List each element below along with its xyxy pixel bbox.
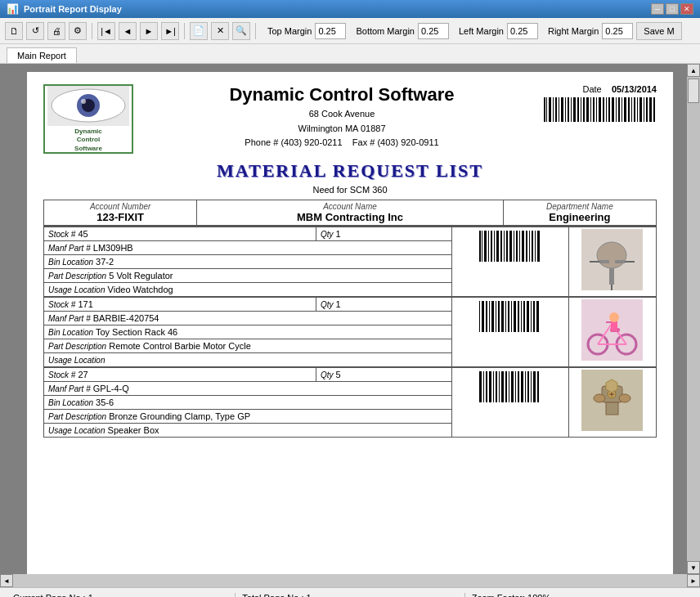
bottom-margin-input[interactable] bbox=[418, 23, 449, 39]
first-page-button[interactable]: |◄ bbox=[97, 22, 115, 40]
svg-rect-44 bbox=[484, 231, 487, 262]
svg-rect-106 bbox=[496, 371, 497, 402]
item-3-photo-cell bbox=[568, 367, 656, 438]
settings-button[interactable]: ⚙ bbox=[69, 22, 87, 40]
refresh-button[interactable]: ↺ bbox=[26, 22, 44, 40]
svg-rect-65 bbox=[599, 260, 609, 263]
company-logo: Dynamic Control Software bbox=[43, 84, 133, 154]
svg-rect-114 bbox=[521, 371, 523, 402]
item-1-usage-cell: Usage Location Video Watchdog bbox=[44, 283, 452, 298]
svg-rect-48 bbox=[496, 231, 499, 262]
dept-name-label: Department Name bbox=[510, 202, 649, 211]
print-button[interactable]: 🖨 bbox=[47, 22, 65, 40]
svg-rect-66 bbox=[615, 260, 625, 263]
svg-rect-50 bbox=[504, 231, 505, 262]
svg-rect-29 bbox=[618, 97, 620, 122]
top-margin-input[interactable] bbox=[315, 23, 346, 39]
maximize-button[interactable]: □ bbox=[666, 3, 679, 15]
prev-page-button[interactable]: ◄ bbox=[119, 22, 137, 40]
svg-rect-58 bbox=[529, 231, 530, 262]
report-title-section: MATERIAL REQUEST LIST bbox=[43, 160, 657, 182]
window-controls: ─ □ ✕ bbox=[651, 3, 693, 15]
svg-rect-117 bbox=[531, 371, 532, 402]
account-number-value: 123-FIXIT bbox=[51, 211, 190, 223]
window-title: Portrait Report Display bbox=[24, 4, 122, 14]
svg-rect-32 bbox=[628, 97, 630, 122]
svg-rect-55 bbox=[519, 231, 520, 262]
svg-rect-22 bbox=[596, 97, 597, 122]
svg-rect-26 bbox=[608, 97, 610, 122]
separator-2 bbox=[184, 23, 185, 39]
svg-rect-25 bbox=[606, 97, 607, 122]
barbie-photo bbox=[581, 299, 643, 361]
svg-rect-77 bbox=[498, 301, 500, 332]
svg-rect-115 bbox=[525, 371, 526, 402]
save-button[interactable]: Save M bbox=[636, 22, 681, 40]
svg-rect-85 bbox=[523, 301, 525, 332]
svg-rect-37 bbox=[644, 97, 644, 122]
minimize-button[interactable]: ─ bbox=[651, 3, 664, 15]
horizontal-scrollbar[interactable]: ◄ ► bbox=[0, 574, 700, 587]
next-page-button[interactable]: ► bbox=[140, 22, 158, 40]
scroll-down-button[interactable]: ▼ bbox=[687, 561, 700, 574]
left-margin-input[interactable] bbox=[507, 23, 538, 39]
svg-rect-99 bbox=[611, 322, 617, 330]
new-button[interactable]: 🗋 bbox=[5, 22, 23, 40]
svg-rect-43 bbox=[482, 231, 482, 262]
tab-bar: Main Report bbox=[0, 44, 700, 64]
svg-rect-60 bbox=[535, 231, 536, 262]
eye-icon bbox=[47, 85, 129, 126]
svg-rect-71 bbox=[479, 301, 480, 332]
item-3-desc-cell: Part Description Bronze Grounding Clamp,… bbox=[44, 410, 452, 424]
svg-rect-111 bbox=[511, 371, 514, 402]
item-3-stock-cell: Stock # 27 bbox=[44, 367, 316, 382]
svg-rect-8 bbox=[553, 97, 554, 122]
scroll-left-button[interactable]: ◄ bbox=[0, 574, 13, 587]
svg-rect-24 bbox=[603, 97, 604, 122]
svg-rect-119 bbox=[537, 371, 539, 402]
svg-point-3 bbox=[81, 99, 86, 104]
close-report-button[interactable]: ✕ bbox=[211, 22, 229, 40]
svg-rect-107 bbox=[499, 371, 500, 402]
svg-rect-15 bbox=[573, 97, 576, 122]
scroll-thumb[interactable] bbox=[688, 79, 699, 103]
svg-rect-80 bbox=[508, 301, 509, 332]
header-barcode: /* barcode bars */ bbox=[534, 97, 657, 123]
item-2-photo-cell bbox=[568, 297, 656, 367]
svg-rect-112 bbox=[515, 371, 516, 402]
item-2-desc-cell: Part Description Remote Control Barbie M… bbox=[44, 339, 452, 353]
svg-rect-42 bbox=[479, 231, 481, 262]
scroll-right-button[interactable]: ► bbox=[687, 574, 700, 587]
svg-rect-86 bbox=[527, 301, 529, 332]
svg-rect-82 bbox=[514, 301, 516, 332]
svg-rect-33 bbox=[631, 97, 632, 122]
logo-text: Dynamic Control Software bbox=[74, 128, 102, 153]
svg-rect-28 bbox=[616, 97, 617, 122]
item-2-qty-cell: Qty 1 bbox=[316, 297, 451, 312]
item-1-desc-cell: Part Description 5 Volt Regulator bbox=[44, 269, 452, 283]
item-3-barcode-cell bbox=[452, 367, 569, 438]
svg-rect-74 bbox=[489, 301, 490, 332]
svg-rect-61 bbox=[537, 231, 540, 262]
svg-rect-84 bbox=[521, 301, 522, 332]
svg-rect-46 bbox=[491, 231, 492, 262]
h-scroll-track bbox=[13, 574, 687, 587]
svg-rect-40 bbox=[653, 97, 655, 122]
item-2-stock-cell: Stock # 171 bbox=[44, 297, 316, 312]
svg-point-127 bbox=[619, 394, 630, 402]
close-button[interactable]: ✕ bbox=[680, 3, 693, 15]
main-report-tab[interactable]: Main Report bbox=[7, 47, 77, 63]
item-3-row-1: Stock # 27 Qty 5 bbox=[44, 367, 657, 382]
top-margin-label: Top Margin bbox=[267, 26, 312, 36]
separator-1 bbox=[92, 23, 92, 39]
svg-rect-72 bbox=[482, 301, 484, 332]
export-button[interactable]: 📄 bbox=[190, 22, 208, 40]
vertical-scrollbar[interactable]: ▲ ▼ bbox=[687, 64, 700, 574]
svg-rect-88 bbox=[533, 301, 535, 332]
svg-rect-49 bbox=[500, 231, 502, 262]
item-2-usage-cell: Usage Location bbox=[44, 353, 452, 368]
scroll-up-button[interactable]: ▲ bbox=[687, 64, 700, 77]
search-button[interactable]: 🔍 bbox=[232, 22, 250, 40]
right-margin-input[interactable] bbox=[602, 23, 633, 39]
last-page-button[interactable]: ►| bbox=[161, 22, 179, 40]
